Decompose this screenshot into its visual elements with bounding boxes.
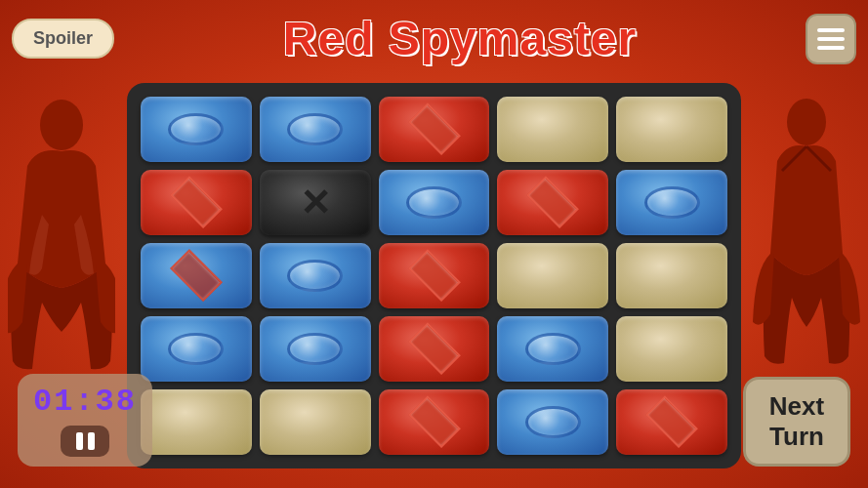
svg-point-0 xyxy=(40,100,83,150)
diamond-icon xyxy=(408,323,461,376)
grid-cell-12[interactable] xyxy=(379,243,490,308)
diamond-icon xyxy=(170,250,223,303)
timer-display: 01:38 xyxy=(33,384,137,420)
circle-icon xyxy=(525,406,581,439)
grid-cell-0[interactable] xyxy=(141,97,252,162)
circle-icon xyxy=(168,113,224,146)
cell-grid: ✕ xyxy=(141,97,727,455)
x-icon: ✕ xyxy=(300,184,331,222)
diamond-icon xyxy=(408,396,461,449)
grid-cell-6[interactable]: ✕ xyxy=(260,170,371,235)
spoiler-button[interactable]: Spoiler xyxy=(12,19,114,59)
pause-bar-1 xyxy=(76,432,83,450)
grid-cell-10[interactable] xyxy=(141,243,252,308)
grid-cell-20[interactable] xyxy=(141,389,252,455)
grid-cell-19[interactable] xyxy=(616,316,727,382)
pause-button[interactable] xyxy=(61,426,109,457)
diamond-icon xyxy=(408,250,461,303)
menu-button[interactable] xyxy=(806,14,856,64)
grid-cell-15[interactable] xyxy=(141,316,252,382)
grid-cell-9[interactable] xyxy=(616,170,727,235)
grid-cell-7[interactable] xyxy=(379,170,490,235)
game-board: ✕ xyxy=(127,83,741,468)
circle-icon xyxy=(406,186,462,220)
circle-icon xyxy=(168,333,224,366)
grid-cell-1[interactable] xyxy=(260,97,371,162)
next-turn-button[interactable]: NextTurn xyxy=(743,377,850,467)
grid-cell-3[interactable] xyxy=(497,97,608,162)
diamond-icon xyxy=(645,396,698,449)
grid-cell-8[interactable] xyxy=(497,170,608,235)
menu-bar-2 xyxy=(817,37,845,41)
menu-bar-3 xyxy=(817,46,845,50)
menu-bar-1 xyxy=(817,28,845,32)
timer-box: 01:38 xyxy=(18,374,152,467)
circle-icon xyxy=(525,333,581,366)
page-title: Red Spymaster xyxy=(283,12,637,65)
circle-icon xyxy=(644,186,700,220)
grid-cell-4[interactable] xyxy=(616,97,727,162)
diamond-icon xyxy=(526,177,579,229)
circle-icon xyxy=(287,260,343,293)
grid-cell-22[interactable] xyxy=(379,389,490,455)
grid-cell-18[interactable] xyxy=(497,316,608,382)
grid-cell-5[interactable] xyxy=(141,170,252,235)
circle-icon xyxy=(287,113,343,146)
pause-bar-2 xyxy=(88,432,95,450)
grid-cell-11[interactable] xyxy=(260,243,371,308)
next-turn-label: NextTurn xyxy=(767,391,826,452)
grid-cell-24[interactable] xyxy=(616,389,727,455)
grid-cell-21[interactable] xyxy=(260,389,371,455)
grid-cell-2[interactable] xyxy=(379,97,490,162)
grid-cell-13[interactable] xyxy=(497,243,608,308)
grid-cell-16[interactable] xyxy=(260,316,371,382)
grid-cell-17[interactable] xyxy=(379,316,490,382)
circle-icon xyxy=(287,333,343,366)
header: Spoiler Red Spymaster xyxy=(12,12,856,65)
diamond-icon xyxy=(170,177,223,229)
svg-point-1 xyxy=(787,99,826,145)
diamond-icon xyxy=(408,103,461,156)
grid-cell-23[interactable] xyxy=(497,389,608,455)
grid-cell-14[interactable] xyxy=(616,243,727,308)
